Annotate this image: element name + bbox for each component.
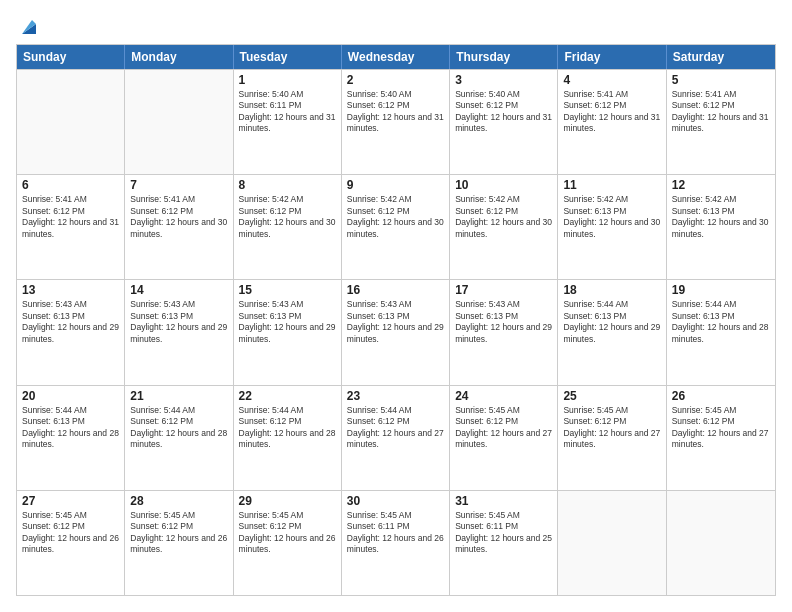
calendar-cell: 2Sunrise: 5:40 AM Sunset: 6:12 PM Daylig… [342,70,450,174]
header-wednesday: Wednesday [342,45,450,69]
day-info: Sunrise: 5:44 AM Sunset: 6:12 PM Dayligh… [130,405,227,451]
day-info: Sunrise: 5:45 AM Sunset: 6:11 PM Dayligh… [347,510,444,556]
header-thursday: Thursday [450,45,558,69]
calendar-cell: 8Sunrise: 5:42 AM Sunset: 6:12 PM Daylig… [234,175,342,279]
day-info: Sunrise: 5:45 AM Sunset: 6:12 PM Dayligh… [239,510,336,556]
calendar-row-4: 20Sunrise: 5:44 AM Sunset: 6:13 PM Dayli… [17,385,775,490]
calendar-cell: 12Sunrise: 5:42 AM Sunset: 6:13 PM Dayli… [667,175,775,279]
calendar-cell: 29Sunrise: 5:45 AM Sunset: 6:12 PM Dayli… [234,491,342,595]
calendar-cell: 24Sunrise: 5:45 AM Sunset: 6:12 PM Dayli… [450,386,558,490]
day-number: 15 [239,283,336,297]
day-info: Sunrise: 5:43 AM Sunset: 6:13 PM Dayligh… [347,299,444,345]
day-info: Sunrise: 5:43 AM Sunset: 6:13 PM Dayligh… [455,299,552,345]
calendar-header: Sunday Monday Tuesday Wednesday Thursday… [17,45,775,69]
day-info: Sunrise: 5:45 AM Sunset: 6:12 PM Dayligh… [563,405,660,451]
calendar-cell: 11Sunrise: 5:42 AM Sunset: 6:13 PM Dayli… [558,175,666,279]
day-number: 12 [672,178,770,192]
calendar-cell: 9Sunrise: 5:42 AM Sunset: 6:12 PM Daylig… [342,175,450,279]
day-info: Sunrise: 5:44 AM Sunset: 6:13 PM Dayligh… [22,405,119,451]
day-number: 18 [563,283,660,297]
calendar-cell: 19Sunrise: 5:44 AM Sunset: 6:13 PM Dayli… [667,280,775,384]
day-info: Sunrise: 5:42 AM Sunset: 6:12 PM Dayligh… [455,194,552,240]
header-saturday: Saturday [667,45,775,69]
calendar-cell: 10Sunrise: 5:42 AM Sunset: 6:12 PM Dayli… [450,175,558,279]
day-number: 19 [672,283,770,297]
day-number: 3 [455,73,552,87]
day-number: 17 [455,283,552,297]
day-info: Sunrise: 5:40 AM Sunset: 6:11 PM Dayligh… [239,89,336,135]
calendar-cell: 28Sunrise: 5:45 AM Sunset: 6:12 PM Dayli… [125,491,233,595]
calendar-cell: 26Sunrise: 5:45 AM Sunset: 6:12 PM Dayli… [667,386,775,490]
day-info: Sunrise: 5:42 AM Sunset: 6:13 PM Dayligh… [563,194,660,240]
day-number: 10 [455,178,552,192]
day-number: 8 [239,178,336,192]
day-info: Sunrise: 5:42 AM Sunset: 6:12 PM Dayligh… [239,194,336,240]
calendar-cell: 20Sunrise: 5:44 AM Sunset: 6:13 PM Dayli… [17,386,125,490]
calendar-cell: 27Sunrise: 5:45 AM Sunset: 6:12 PM Dayli… [17,491,125,595]
day-info: Sunrise: 5:44 AM Sunset: 6:13 PM Dayligh… [563,299,660,345]
calendar-cell: 18Sunrise: 5:44 AM Sunset: 6:13 PM Dayli… [558,280,666,384]
calendar-cell [558,491,666,595]
day-number: 13 [22,283,119,297]
calendar-cell: 17Sunrise: 5:43 AM Sunset: 6:13 PM Dayli… [450,280,558,384]
day-info: Sunrise: 5:43 AM Sunset: 6:13 PM Dayligh… [22,299,119,345]
day-number: 16 [347,283,444,297]
logo [16,16,40,34]
day-info: Sunrise: 5:40 AM Sunset: 6:12 PM Dayligh… [347,89,444,135]
day-info: Sunrise: 5:42 AM Sunset: 6:12 PM Dayligh… [347,194,444,240]
day-number: 27 [22,494,119,508]
calendar-cell: 4Sunrise: 5:41 AM Sunset: 6:12 PM Daylig… [558,70,666,174]
calendar-row-2: 6Sunrise: 5:41 AM Sunset: 6:12 PM Daylig… [17,174,775,279]
calendar-cell: 23Sunrise: 5:44 AM Sunset: 6:12 PM Dayli… [342,386,450,490]
day-number: 14 [130,283,227,297]
day-number: 26 [672,389,770,403]
header-friday: Friday [558,45,666,69]
day-number: 25 [563,389,660,403]
calendar-cell: 31Sunrise: 5:45 AM Sunset: 6:11 PM Dayli… [450,491,558,595]
calendar-cell: 13Sunrise: 5:43 AM Sunset: 6:13 PM Dayli… [17,280,125,384]
day-number: 29 [239,494,336,508]
calendar-body: 1Sunrise: 5:40 AM Sunset: 6:11 PM Daylig… [17,69,775,595]
calendar-row-1: 1Sunrise: 5:40 AM Sunset: 6:11 PM Daylig… [17,69,775,174]
day-number: 6 [22,178,119,192]
day-number: 30 [347,494,444,508]
day-info: Sunrise: 5:45 AM Sunset: 6:12 PM Dayligh… [130,510,227,556]
header-sunday: Sunday [17,45,125,69]
calendar-cell: 16Sunrise: 5:43 AM Sunset: 6:13 PM Dayli… [342,280,450,384]
calendar-cell: 14Sunrise: 5:43 AM Sunset: 6:13 PM Dayli… [125,280,233,384]
day-info: Sunrise: 5:42 AM Sunset: 6:13 PM Dayligh… [672,194,770,240]
day-number: 28 [130,494,227,508]
calendar-cell: 21Sunrise: 5:44 AM Sunset: 6:12 PM Dayli… [125,386,233,490]
day-info: Sunrise: 5:41 AM Sunset: 6:12 PM Dayligh… [130,194,227,240]
day-info: Sunrise: 5:45 AM Sunset: 6:11 PM Dayligh… [455,510,552,556]
day-info: Sunrise: 5:45 AM Sunset: 6:12 PM Dayligh… [22,510,119,556]
day-info: Sunrise: 5:43 AM Sunset: 6:13 PM Dayligh… [239,299,336,345]
header [16,16,776,34]
day-info: Sunrise: 5:41 AM Sunset: 6:12 PM Dayligh… [22,194,119,240]
calendar-cell: 25Sunrise: 5:45 AM Sunset: 6:12 PM Dayli… [558,386,666,490]
day-info: Sunrise: 5:44 AM Sunset: 6:13 PM Dayligh… [672,299,770,345]
day-number: 20 [22,389,119,403]
day-number: 24 [455,389,552,403]
day-number: 7 [130,178,227,192]
page: Sunday Monday Tuesday Wednesday Thursday… [0,0,792,612]
day-number: 22 [239,389,336,403]
calendar: Sunday Monday Tuesday Wednesday Thursday… [16,44,776,596]
calendar-cell: 15Sunrise: 5:43 AM Sunset: 6:13 PM Dayli… [234,280,342,384]
day-info: Sunrise: 5:40 AM Sunset: 6:12 PM Dayligh… [455,89,552,135]
calendar-cell [667,491,775,595]
calendar-cell: 6Sunrise: 5:41 AM Sunset: 6:12 PM Daylig… [17,175,125,279]
calendar-cell: 30Sunrise: 5:45 AM Sunset: 6:11 PM Dayli… [342,491,450,595]
day-number: 5 [672,73,770,87]
calendar-cell [17,70,125,174]
day-number: 31 [455,494,552,508]
calendar-cell: 3Sunrise: 5:40 AM Sunset: 6:12 PM Daylig… [450,70,558,174]
day-info: Sunrise: 5:41 AM Sunset: 6:12 PM Dayligh… [563,89,660,135]
calendar-cell: 7Sunrise: 5:41 AM Sunset: 6:12 PM Daylig… [125,175,233,279]
calendar-row-3: 13Sunrise: 5:43 AM Sunset: 6:13 PM Dayli… [17,279,775,384]
calendar-cell: 1Sunrise: 5:40 AM Sunset: 6:11 PM Daylig… [234,70,342,174]
day-number: 21 [130,389,227,403]
header-tuesday: Tuesday [234,45,342,69]
logo-icon [18,16,40,38]
day-info: Sunrise: 5:45 AM Sunset: 6:12 PM Dayligh… [672,405,770,451]
